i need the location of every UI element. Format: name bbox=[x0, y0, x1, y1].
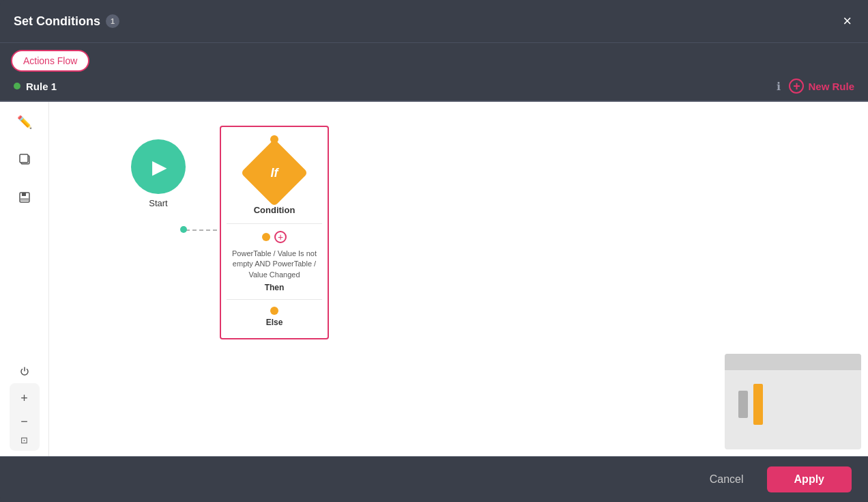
new-rule-button[interactable]: + New Rule bbox=[789, 79, 854, 94]
zoom-fit-button[interactable]: ⊡ bbox=[20, 435, 28, 445]
flow-canvas[interactable]: ✕ ▶ Start If Condition + P bbox=[49, 102, 868, 456]
start-circle[interactable]: ▶ bbox=[131, 139, 186, 194]
power-button[interactable] bbox=[12, 361, 37, 385]
zoom-out-button[interactable]: − bbox=[15, 412, 34, 431]
if-label: If bbox=[271, 166, 278, 180]
copy-button[interactable] bbox=[12, 148, 37, 173]
zoom-controls: + − ⊡ bbox=[10, 383, 40, 451]
else-separator bbox=[227, 299, 322, 300]
modal-title-text: Set Conditions bbox=[14, 14, 100, 29]
rule-name: Rule 1 bbox=[26, 81, 57, 92]
condition-text: PowerTable / Value Is not empty AND Powe… bbox=[227, 249, 322, 280]
start-node[interactable]: ▶ Start bbox=[131, 139, 186, 208]
condition-row: + bbox=[262, 231, 287, 243]
minimap bbox=[725, 354, 861, 449]
power-icon bbox=[18, 365, 31, 381]
modal-header: Set Conditions 1 × bbox=[0, 0, 868, 43]
svg-rect-3 bbox=[22, 193, 26, 196]
rule-bar: Rule 1 ℹ + New Rule bbox=[0, 72, 868, 102]
minimap-node-start bbox=[738, 391, 748, 418]
modal-title: Set Conditions 1 bbox=[14, 14, 119, 29]
rule-status-dot bbox=[14, 83, 20, 89]
rule-actions: ℹ + New Rule bbox=[777, 79, 854, 94]
info-icon[interactable]: ℹ bbox=[777, 80, 781, 93]
svg-rect-1 bbox=[20, 154, 28, 163]
cancel-button[interactable]: Cancel bbox=[696, 468, 757, 491]
apply-button[interactable]: Apply bbox=[767, 466, 852, 492]
tab-actions-flow[interactable]: Actions Flow bbox=[11, 50, 89, 72]
close-button[interactable]: × bbox=[840, 11, 854, 31]
toolbar-group-top: ✏️ bbox=[12, 110, 37, 211]
condition-title: Condition bbox=[254, 205, 295, 215]
bottom-bar: Cancel Apply bbox=[0, 456, 868, 502]
title-badge: 1 bbox=[106, 14, 119, 28]
minimap-content bbox=[725, 370, 861, 449]
copy-icon bbox=[18, 153, 31, 169]
minimap-node-condition bbox=[753, 384, 763, 425]
toolbar-zoom: + − ⊡ bbox=[10, 383, 40, 451]
new-rule-label: New Rule bbox=[808, 81, 854, 92]
rule-label: Rule 1 bbox=[14, 81, 57, 92]
else-row: Else bbox=[266, 307, 283, 327]
save-icon bbox=[18, 191, 31, 207]
tab-bar: Actions Flow bbox=[0, 43, 868, 72]
canvas-area: ✏️ bbox=[0, 102, 868, 456]
left-toolbar: ✏️ bbox=[0, 102, 49, 456]
condition-separator bbox=[227, 223, 322, 224]
condition-diamond: If bbox=[241, 139, 308, 207]
start-label: Start bbox=[149, 198, 167, 208]
then-label: Then bbox=[265, 283, 285, 292]
minimap-header bbox=[725, 354, 861, 370]
edit-icon: ✏️ bbox=[17, 115, 32, 130]
new-rule-plus-icon: + bbox=[789, 79, 804, 94]
condition-node[interactable]: If Condition + PowerTable / Value Is not… bbox=[220, 126, 329, 339]
zoom-in-button[interactable]: + bbox=[15, 389, 34, 408]
svg-point-6 bbox=[180, 226, 187, 233]
edit-button[interactable]: ✏️ bbox=[12, 110, 37, 135]
condition-dot bbox=[262, 233, 270, 241]
else-label: Else bbox=[266, 318, 283, 327]
save-button[interactable] bbox=[12, 186, 37, 211]
else-dot bbox=[270, 307, 278, 315]
svg-rect-4 bbox=[20, 198, 29, 201]
play-icon: ▶ bbox=[152, 156, 167, 178]
condition-add-button[interactable]: + bbox=[274, 231, 287, 243]
modal-container: Set Conditions 1 × Actions Flow Rule 1 ℹ… bbox=[0, 0, 868, 502]
